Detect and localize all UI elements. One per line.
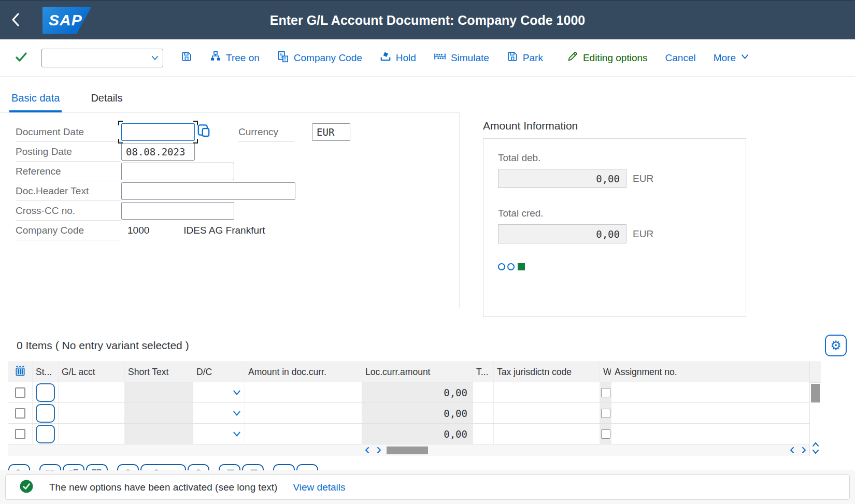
simulate-button[interactable]: Simulate	[434, 51, 489, 65]
page-title: Enter G/L Account Document: Company Code…	[0, 13, 855, 28]
park-button[interactable]: Park	[507, 51, 543, 65]
document-date-input[interactable]	[121, 123, 195, 141]
short-text-cell	[124, 424, 193, 444]
currency-input[interactable]	[312, 123, 350, 141]
dc-cell[interactable]	[193, 424, 245, 444]
amount-doc-curr-cell[interactable]	[245, 403, 362, 423]
hold-button[interactable]: Hold	[380, 51, 416, 65]
amount-doc-curr-cell[interactable]	[245, 424, 362, 444]
green-checkmark-icon	[15, 50, 28, 65]
scroll-left-arrow[interactable]	[362, 447, 373, 454]
tab-basic-data[interactable]: Basic data	[9, 89, 62, 112]
doc-header-text-input[interactable]	[121, 182, 295, 200]
cross-cc-no-row: Cross-CC no.	[16, 201, 459, 221]
status-input[interactable]	[36, 425, 55, 443]
gl-acct-cell[interactable]	[58, 424, 124, 444]
company-code-label: Company Code	[16, 221, 121, 240]
col-header-w[interactable]: W	[600, 362, 611, 382]
total-deb-currency: EUR	[633, 173, 653, 184]
currency-label: Currency	[238, 122, 294, 142]
assignment-no-cell[interactable]	[611, 382, 809, 402]
posting-date-input[interactable]	[121, 143, 195, 161]
t-cell[interactable]	[473, 382, 493, 402]
col-header-short-text[interactable]: Short Text	[124, 362, 193, 382]
tax-jurisdictn-cell[interactable]	[493, 424, 600, 444]
status-input[interactable]	[36, 383, 55, 402]
w-checkbox[interactable]	[601, 409, 610, 418]
posting-date-row: Posting Date	[16, 142, 459, 162]
total-cred-field: 0,00	[498, 224, 626, 243]
row-select-checkbox[interactable]	[15, 429, 25, 439]
horizontal-scrollbar-thumb[interactable]	[387, 447, 428, 454]
tax-jurisdictn-cell[interactable]	[493, 382, 600, 402]
assignment-no-cell[interactable]	[611, 403, 809, 423]
back-button[interactable]	[0, 12, 31, 29]
view-details-link[interactable]: View details	[293, 482, 345, 493]
company-code-label: Company Code	[294, 52, 362, 64]
more-button[interactable]: More	[714, 52, 749, 64]
horizontal-scrollbar	[8, 444, 809, 456]
col-header-status[interactable]: St...	[32, 362, 58, 382]
assignment-no-cell[interactable]	[611, 424, 809, 444]
chevron-down-icon	[232, 429, 241, 439]
editing-options-button[interactable]: Editing options	[561, 49, 654, 67]
col-header-loc-curr-amount[interactable]: Loc.curr.amount	[362, 362, 473, 382]
svg-text:§: §	[280, 52, 282, 59]
select-all-cell[interactable]	[8, 362, 32, 382]
col-header-t[interactable]: T...	[473, 362, 493, 382]
table-header-row: St... G/L acct Short Text D/C Amount in …	[8, 362, 809, 382]
loc-curr-amount-cell: 0,00	[362, 403, 473, 423]
save-button[interactable]	[181, 51, 192, 65]
status-input[interactable]	[36, 404, 55, 423]
w-checkbox[interactable]	[601, 429, 610, 439]
scroll-right-end-arrow[interactable]	[798, 447, 809, 454]
scroll-up-arrow[interactable]	[810, 441, 821, 448]
document-date-focus-frame	[121, 123, 195, 141]
table-settings-button[interactable]: ⚙	[825, 335, 847, 356]
scroll-left-end-arrow[interactable]	[787, 447, 798, 454]
save-floppy-icon	[181, 51, 192, 65]
balance-status-indicator	[498, 263, 746, 270]
chevron-left-icon	[10, 12, 21, 29]
dc-cell[interactable]	[193, 403, 245, 423]
park-label: Park	[523, 52, 543, 64]
total-deb-label: Total deb.	[498, 152, 746, 164]
amount-information-region: Amount Information Total deb. 0,00 EUR T…	[460, 112, 855, 317]
status-green-square-icon	[518, 263, 525, 270]
t-cell[interactable]	[473, 403, 493, 423]
w-checkbox[interactable]	[601, 388, 610, 397]
gl-acct-cell[interactable]	[58, 403, 124, 423]
col-header-amount-doc-curr[interactable]: Amount in doc.curr.	[245, 362, 362, 382]
col-header-tax-jurisdictn-code[interactable]: Tax jurisdictn code	[493, 362, 600, 382]
park-floppy-icon	[507, 51, 518, 65]
t-cell[interactable]	[473, 424, 493, 444]
company-code-button[interactable]: § Company Code	[277, 51, 362, 65]
cancel-label: Cancel	[665, 52, 696, 64]
tree-on-button[interactable]: Tree on	[210, 51, 260, 65]
row-select-checkbox[interactable]	[15, 387, 25, 398]
value-help-icon[interactable]	[196, 123, 211, 141]
table-row: 0,00	[8, 424, 809, 444]
row-select-checkbox[interactable]	[15, 408, 25, 419]
scroll-down-arrow[interactable]	[810, 449, 821, 455]
col-header-gl-acct[interactable]: G/L acct	[58, 362, 124, 382]
tab-details[interactable]: Details	[89, 89, 124, 112]
col-header-assignment-no[interactable]: Assignment no.	[611, 362, 809, 382]
dc-cell[interactable]	[193, 382, 245, 402]
amount-information-panel: Total deb. 0,00 EUR Total cred. 0,00 EUR	[483, 138, 746, 317]
tax-jurisdictn-cell[interactable]	[493, 403, 600, 423]
loc-curr-amount-cell: 0,00	[362, 424, 473, 444]
loc-curr-amount-cell: 0,00	[362, 382, 473, 402]
col-header-dc[interactable]: D/C	[193, 362, 245, 382]
continue-enter-button[interactable]	[15, 50, 28, 65]
amount-doc-curr-cell[interactable]	[245, 382, 362, 402]
cancel-button[interactable]: Cancel	[665, 52, 696, 64]
cross-cc-no-input[interactable]	[121, 202, 234, 220]
sap-logo: SAP	[42, 7, 92, 34]
vertical-scrollbar-thumb[interactable]	[811, 384, 820, 402]
scroll-right-arrow[interactable]	[373, 447, 384, 454]
reference-input[interactable]	[121, 163, 234, 180]
command-input[interactable]	[41, 49, 163, 67]
gl-acct-cell[interactable]	[58, 382, 124, 402]
document-date-row: Document Date Currency	[16, 122, 459, 142]
